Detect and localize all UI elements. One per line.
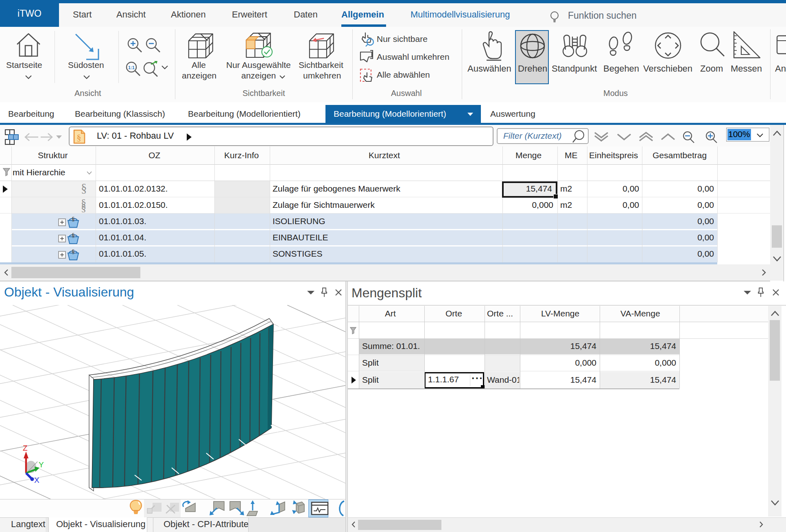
svg-text:§: § (77, 132, 81, 142)
svg-text:1:1: 1:1 (128, 65, 135, 70)
svg-text:X: X (34, 476, 39, 484)
svg-text:§: § (72, 216, 75, 222)
svg-text:Y: Y (39, 460, 44, 469)
svg-text:Z: Z (23, 444, 28, 452)
svg-text:§: § (72, 232, 75, 238)
svg-text:§: § (72, 248, 75, 255)
